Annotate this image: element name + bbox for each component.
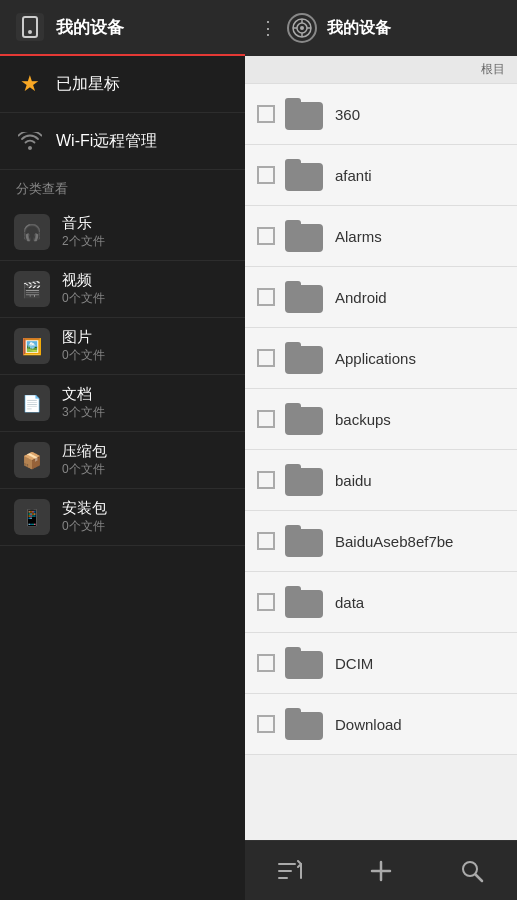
sidebar: 我的设备 ★ 已加星标 Wi-Fi远程管理 分类查看 🎧 音乐 2个文件 [0,0,245,900]
folder-icon [285,281,323,313]
file-name: data [335,594,364,611]
star-icon: ★ [16,70,44,98]
file-checkbox[interactable] [257,349,275,367]
file-list: 360 afanti Alarms Android Applications [245,84,517,840]
file-row[interactable]: baidu [245,450,517,511]
folder-icon [285,586,323,618]
main-header: ⋮ 我的设备 [245,0,517,56]
main-panel: ⋮ 我的设备 根目 360 [245,0,517,900]
logo-icon [287,13,317,43]
search-button[interactable] [442,849,502,893]
file-checkbox[interactable] [257,288,275,306]
file-row[interactable]: Android [245,267,517,328]
folder-icon [285,525,323,557]
folder-icon [285,159,323,191]
file-row[interactable]: 360 [245,84,517,145]
image-count: 0个文件 [62,347,105,364]
main-title: 我的设备 [327,18,391,39]
video-count: 0个文件 [62,290,105,307]
device-icon [16,13,44,41]
file-row[interactable]: DCIM [245,633,517,694]
archive-icon: 📦 [14,442,50,478]
file-row[interactable]: Alarms [245,206,517,267]
file-name: afanti [335,167,372,184]
menu-icon[interactable]: ⋮ [259,17,277,39]
doc-count: 3个文件 [62,404,105,421]
starred-label: 已加星标 [56,74,120,95]
image-icon: 🖼️ [14,328,50,364]
music-name: 音乐 [62,214,105,233]
file-name: Applications [335,350,416,367]
video-icon: 🎬 [14,271,50,307]
image-name: 图片 [62,328,105,347]
folder-icon [285,647,323,679]
category-apk[interactable]: 📱 安装包 0个文件 [0,489,245,546]
category-doc[interactable]: 📄 文档 3个文件 [0,375,245,432]
file-name: backups [335,411,391,428]
folder-icon [285,403,323,435]
file-name: 360 [335,106,360,123]
file-row[interactable]: afanti [245,145,517,206]
breadcrumb: 根目 [245,56,517,84]
category-image[interactable]: 🖼️ 图片 0个文件 [0,318,245,375]
file-checkbox[interactable] [257,166,275,184]
folder-icon [285,98,323,130]
doc-icon: 📄 [14,385,50,421]
apk-count: 0个文件 [62,518,107,535]
file-name: Android [335,289,387,306]
svg-point-2 [300,26,304,30]
file-name: baidu [335,472,372,489]
archive-name: 压缩包 [62,442,107,461]
file-name: Alarms [335,228,382,245]
file-checkbox[interactable] [257,715,275,733]
file-checkbox[interactable] [257,471,275,489]
category-archive[interactable]: 📦 压缩包 0个文件 [0,432,245,489]
file-row[interactable]: Download [245,694,517,755]
folder-icon [285,708,323,740]
sidebar-header[interactable]: 我的设备 [0,0,245,56]
file-name: DCIM [335,655,373,672]
folder-icon [285,342,323,374]
folder-icon [285,464,323,496]
sidebar-item-starred[interactable]: ★ 已加星标 [0,56,245,113]
file-name: Download [335,716,402,733]
file-row[interactable]: BaiduAseb8ef7be [245,511,517,572]
archive-count: 0个文件 [62,461,107,478]
sidebar-item-wifi[interactable]: Wi-Fi远程管理 [0,113,245,170]
apk-name: 安装包 [62,499,107,518]
add-button[interactable] [351,849,411,893]
doc-name: 文档 [62,385,105,404]
sidebar-title: 我的设备 [56,16,124,39]
file-checkbox[interactable] [257,227,275,245]
section-label: 分类查看 [0,170,245,204]
folder-icon [285,220,323,252]
bottom-bar [245,840,517,900]
file-checkbox[interactable] [257,654,275,672]
sort-button[interactable] [260,849,320,893]
file-name: BaiduAseb8ef7be [335,533,453,550]
file-checkbox[interactable] [257,532,275,550]
category-music[interactable]: 🎧 音乐 2个文件 [0,204,245,261]
file-checkbox[interactable] [257,593,275,611]
wifi-label: Wi-Fi远程管理 [56,131,157,152]
apk-icon: 📱 [14,499,50,535]
file-row[interactable]: backups [245,389,517,450]
music-count: 2个文件 [62,233,105,250]
wifi-icon [16,127,44,155]
file-checkbox[interactable] [257,105,275,123]
category-video[interactable]: 🎬 视频 0个文件 [0,261,245,318]
file-row[interactable]: data [245,572,517,633]
music-icon: 🎧 [14,214,50,250]
file-checkbox[interactable] [257,410,275,428]
svg-line-14 [475,874,482,881]
video-name: 视频 [62,271,105,290]
file-row[interactable]: Applications [245,328,517,389]
